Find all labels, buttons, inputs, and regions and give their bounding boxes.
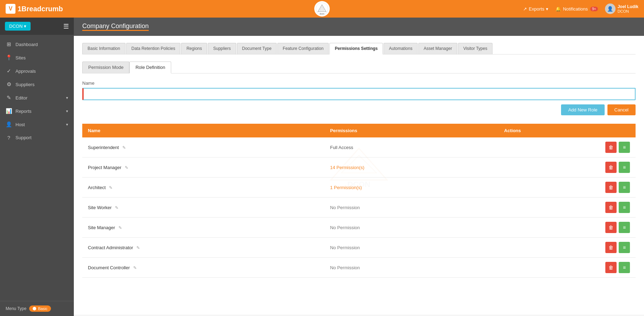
- table-row: Document Controller ✎No Permission 🗑 ≡: [82, 258, 636, 278]
- edit-icon[interactable]: ✎: [122, 145, 126, 150]
- approvals-icon: ✓: [6, 68, 12, 74]
- role-name-cell: Architect ✎: [82, 178, 324, 198]
- dcon-logo-circle: dcon: [314, 1, 330, 17]
- roles-table: Name Permissions Actions Superintendent …: [82, 124, 636, 278]
- sidebar-item-dashboard[interactable]: ⊞ Dashboard: [0, 38, 74, 51]
- sidebar-item-approvals[interactable]: ✓ Approvals: [0, 64, 74, 78]
- role-name-cell: Contract Administrator ✎: [82, 238, 324, 258]
- menu-type-toggle[interactable]: Basic: [29, 305, 51, 312]
- tab-regions[interactable]: Regions: [181, 43, 207, 54]
- dashboard-icon: ⊞: [6, 41, 12, 47]
- actions-cell: 🗑 ≡: [504, 242, 630, 253]
- role-name-text: Site Worker: [88, 205, 112, 210]
- sidebar: DCON ▾ ☰ ⊞ Dashboard 📍 Sites ✓ Approvals…: [0, 18, 74, 316]
- role-name-text: Project Manager: [88, 165, 121, 170]
- sidebar-item-sites[interactable]: 📍 Sites: [0, 51, 74, 64]
- permissions-link[interactable]: 14 Permission(s): [330, 165, 365, 170]
- role-actions-cell: 🗑 ≡: [498, 198, 636, 218]
- sidebar-item-label: Sites: [15, 55, 26, 60]
- tab-data-retention[interactable]: Data Retention Policies: [126, 43, 181, 54]
- top-navbar: V 1Breadcrumb dcon ↗ Exports ▾ 🔔 Notific…: [0, 0, 644, 18]
- edit-role-button[interactable]: ≡: [619, 222, 630, 233]
- edit-icon[interactable]: ✎: [125, 165, 128, 170]
- actions-cell: 🗑 ≡: [504, 202, 630, 213]
- table-row: Project Manager ✎14 Permission(s) 🗑 ≡: [82, 157, 636, 178]
- tab-feature-configuration[interactable]: Feature Configuration: [277, 43, 329, 54]
- actions-cell: 🗑 ≡: [504, 182, 630, 193]
- cancel-button[interactable]: Cancel: [607, 104, 636, 115]
- edit-role-button[interactable]: ≡: [619, 162, 630, 173]
- sidebar-item-label: Editor: [15, 95, 27, 101]
- tab-visitor-types[interactable]: Visitor Types: [458, 43, 492, 54]
- sidebar-item-suppliers[interactable]: ⚙ Suppliers: [0, 78, 74, 91]
- avatar: 👤: [605, 4, 616, 14]
- exports-label: Exports: [529, 6, 544, 12]
- edit-icon[interactable]: ✎: [115, 205, 118, 210]
- tab-permissions-settings[interactable]: Permissions Settings: [329, 43, 383, 54]
- chevron-down-icon: ▾: [66, 96, 68, 100]
- user-company: DCON: [618, 9, 638, 13]
- breadcrumb: Company Configuration: [82, 22, 149, 31]
- role-name-cell: Superintendent ✎: [82, 137, 324, 157]
- sidebar-item-support[interactable]: ? Support: [0, 131, 74, 144]
- user-details: Joel Ludik DCON: [618, 4, 638, 13]
- exports-menu[interactable]: ↗ Exports ▾: [523, 6, 548, 12]
- top-nav-right: ↗ Exports ▾ 🔔 Notifications 9+ 👤 Joel Lu…: [523, 4, 638, 14]
- edit-role-button[interactable]: ≡: [619, 242, 630, 253]
- reports-icon: 📊: [6, 108, 12, 114]
- edit-icon[interactable]: ✎: [133, 265, 137, 270]
- sidebar-item-editor[interactable]: ✎ Editor ▾: [0, 91, 74, 104]
- permissions-text: Full Access: [330, 145, 353, 150]
- delete-role-button[interactable]: 🗑: [605, 202, 617, 213]
- delete-role-button[interactable]: 🗑: [605, 142, 617, 153]
- role-actions-cell: 🗑 ≡: [498, 258, 636, 278]
- name-label: Name: [82, 80, 636, 86]
- role-permissions-cell: No Permission: [324, 218, 498, 238]
- permissions-link[interactable]: 1 Permission(s): [330, 185, 362, 190]
- sidebar-item-label: Suppliers: [15, 82, 34, 87]
- edit-role-button[interactable]: ≡: [619, 262, 630, 273]
- edit-icon[interactable]: ✎: [109, 185, 112, 190]
- role-permissions-cell: No Permission: [324, 258, 498, 278]
- table-row: Contract Administrator ✎No Permission 🗑 …: [82, 238, 636, 258]
- delete-role-button[interactable]: 🗑: [605, 222, 617, 233]
- company-selector-label: DCON ▾: [9, 24, 26, 29]
- role-permissions-cell: Full Access: [324, 137, 498, 157]
- role-name-text: Architect: [88, 185, 106, 190]
- delete-role-button[interactable]: 🗑: [605, 162, 617, 173]
- company-selector-button[interactable]: DCON ▾: [5, 22, 31, 31]
- edit-icon[interactable]: ✎: [136, 245, 140, 250]
- delete-role-button[interactable]: 🗑: [605, 182, 617, 193]
- role-name-text: Superintendent: [88, 145, 119, 150]
- edit-role-button[interactable]: ≡: [619, 182, 630, 193]
- sub-tab-permission-mode[interactable]: Permission Mode: [82, 62, 129, 73]
- user-menu[interactable]: 👤 Joel Ludik DCON: [605, 4, 638, 14]
- edit-role-button[interactable]: ≡: [619, 142, 630, 153]
- export-icon: ↗: [523, 6, 527, 12]
- editor-icon: ✎: [6, 95, 12, 101]
- notifications-menu[interactable]: 🔔 Notifications 9+: [555, 6, 598, 12]
- brand-name: 1Breadcrumb: [18, 5, 63, 13]
- edit-icon[interactable]: ✎: [118, 225, 122, 230]
- tab-automations[interactable]: Automations: [384, 43, 418, 54]
- add-new-role-button[interactable]: Add New Role: [561, 104, 604, 115]
- edit-role-button[interactable]: ≡: [619, 202, 630, 213]
- role-actions-cell: 🗑 ≡: [498, 137, 636, 157]
- delete-role-button[interactable]: 🗑: [605, 262, 617, 273]
- sidebar-item-reports[interactable]: 📊 Reports ▾: [0, 104, 74, 118]
- tab-asset-manager[interactable]: Asset Manager: [418, 43, 457, 54]
- tab-basic-information[interactable]: Basic Information: [82, 43, 125, 54]
- tab-document-type[interactable]: Document Type: [237, 43, 277, 54]
- permissions-text: No Permission: [330, 265, 360, 270]
- hamburger-icon[interactable]: ☰: [63, 22, 69, 30]
- sidebar-item-label: Approvals: [15, 69, 36, 74]
- role-name-text: Contract Administrator: [88, 245, 133, 250]
- table-row: Site Worker ✎No Permission 🗑 ≡: [82, 198, 636, 218]
- role-name-form: Name: [82, 80, 636, 104]
- sub-tab-role-definition[interactable]: Role Definition: [129, 62, 171, 73]
- name-input[interactable]: [82, 88, 636, 100]
- sidebar-item-host[interactable]: 👤 Host ▾: [0, 118, 74, 131]
- delete-role-button[interactable]: 🗑: [605, 242, 617, 253]
- tab-suppliers[interactable]: Suppliers: [208, 43, 236, 54]
- page-title: Company Configuration: [82, 22, 149, 30]
